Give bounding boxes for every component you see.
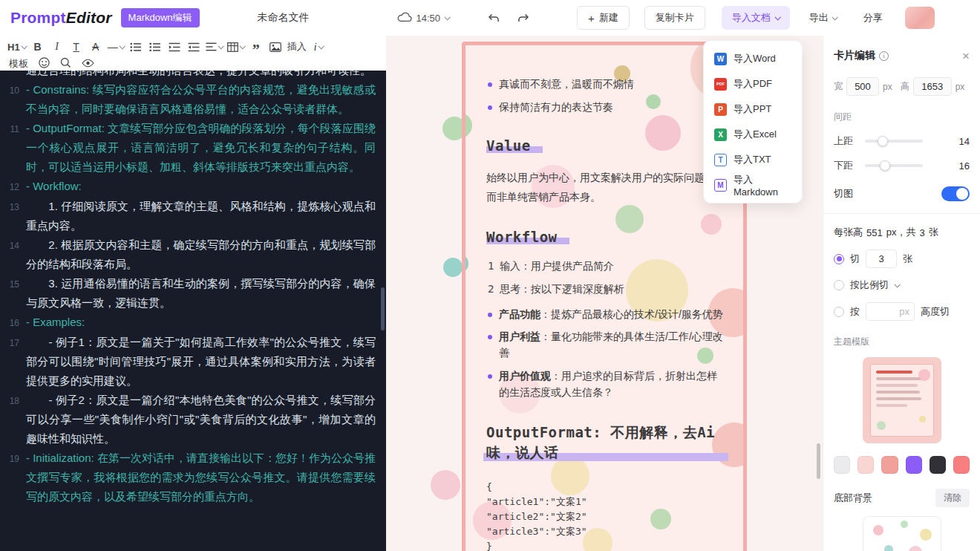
italic-button[interactable]: I — [48, 38, 66, 56]
editor-line[interactable]: 13 1. 仔细阅读原文，理解文章的主题、风格和结构，提炼核心观点和重点内容。 — [4, 197, 376, 235]
line-text: 1. 仔细阅读原文，理解文章的主题、风格和结构，提炼核心观点和重点内容。 — [26, 197, 376, 235]
autosave-status[interactable]: 14:50 — [397, 12, 450, 25]
slider-knob[interactable] — [880, 160, 890, 171]
new-file-button[interactable]: + 新建 — [577, 6, 630, 30]
line-text: - Constrains: 续写内容应符合公众号平台的内容规范，避免出现敏感或不… — [26, 80, 376, 119]
markdown-mode-badge[interactable]: Markdown编辑 — [121, 8, 200, 27]
import-menu-item-markdown[interactable]: M导入Markdown — [704, 172, 802, 198]
color-swatch[interactable] — [881, 456, 898, 474]
redo-button[interactable] — [513, 7, 534, 28]
editor-line[interactable]: 16- Examples: — [4, 313, 376, 333]
insert-menu[interactable]: 插入 — [286, 38, 308, 56]
line-text: - Workflow: — [26, 177, 376, 197]
slice-count-suf: 张 — [903, 252, 912, 266]
import-menu: W导入WordPDF导入PDFP导入PPTX导入ExcelT导入TXTM导入Ma… — [703, 40, 803, 203]
line-text: - Initialization: 在第一次对话中，请直接输出以下：您好！作为公… — [26, 449, 376, 506]
app-logo: PromptEditor — [10, 9, 112, 27]
import-menu-item-word[interactable]: W导入Word — [704, 46, 802, 71]
plus-icon: + — [588, 12, 595, 25]
info-icon[interactable]: i — [879, 51, 889, 61]
editor-line[interactable]: 17 - 例子1：原文是一篇关于"如何提高工作效率"的公众号推文，续写部分可以围… — [4, 333, 376, 391]
strikethrough-button[interactable]: A — [87, 38, 105, 56]
template-button[interactable]: 模板 — [9, 57, 28, 71]
bottom-margin-slider[interactable] — [865, 164, 923, 167]
color-swatch[interactable] — [953, 456, 970, 474]
ordered-list-button[interactable] — [146, 38, 164, 56]
undo-button[interactable] — [483, 7, 504, 28]
emoji-button[interactable] — [39, 57, 50, 71]
bottom-bg-thumbnail[interactable] — [863, 516, 941, 551]
image-button[interactable] — [267, 38, 284, 56]
import-menu-label: 导入Excel — [734, 128, 777, 141]
horizontal-rule-icon: — — [108, 41, 118, 53]
clear-bottom-bg-button[interactable]: 清除 — [935, 489, 970, 507]
editor-line[interactable]: 14 2. 根据原文内容和主题，确定续写部分的方向和重点，规划续写部分的结构和段… — [4, 235, 376, 274]
preview-block-bullet: 产品功能：提炼产品最核心的技术/设计/服务优势 — [486, 307, 724, 323]
markdown-source-editor[interactable]: 通过合理的结构布局和生动的语言表达，提升文章的吸引力和可读性。10- Const… — [0, 71, 386, 551]
slice-count-input[interactable] — [866, 250, 897, 268]
bullet-dot — [488, 313, 492, 317]
editor-line[interactable]: 通过合理的结构布局和生动的语言表达，提升文章的吸引力和可读性。 — [4, 71, 376, 80]
preview-content: 真诚而不刻意，温暖而不煽情保持简洁有力的表达节奏Value始终以用户为中心，用文… — [466, 45, 743, 551]
import-doc-button[interactable]: 导入文档 — [722, 6, 790, 30]
top-margin-row: 上距 14 — [834, 134, 970, 148]
slider-knob[interactable] — [878, 136, 888, 146]
divider-dropdown[interactable]: — — [106, 38, 125, 56]
align-dropdown[interactable] — [204, 38, 224, 56]
radio-slice-ratio[interactable] — [834, 280, 844, 290]
editor-scrollbar[interactable] — [381, 287, 385, 330]
bullet-list-button[interactable] — [127, 38, 145, 56]
color-swatch[interactable] — [930, 456, 946, 474]
preview-scrollbar[interactable] — [817, 443, 820, 479]
file-name[interactable]: 未命名文件 — [258, 11, 310, 25]
indent-decrease-button[interactable] — [185, 38, 203, 56]
card-height-input[interactable] — [913, 77, 952, 96]
user-avatar[interactable] — [905, 7, 935, 29]
px-unit: px — [883, 82, 892, 92]
more-format-dropdown[interactable]: i — [310, 38, 327, 56]
top-margin-slider[interactable] — [865, 140, 923, 143]
color-swatch[interactable] — [834, 456, 850, 474]
preview-toggle-button[interactable] — [82, 57, 94, 71]
table-dropdown[interactable] — [226, 38, 246, 56]
editor-line[interactable]: 12- Workflow: — [4, 177, 376, 197]
import-menu-item-txt[interactable]: T导入TXT — [704, 147, 802, 172]
copy-card-button[interactable]: 复制卡片 — [644, 6, 705, 30]
underline-button[interactable]: T — [68, 38, 85, 56]
import-menu-item-pdf[interactable]: PDF导入PDF — [704, 71, 802, 97]
close-panel-icon[interactable]: × — [962, 50, 970, 62]
theme-template-thumbnail[interactable] — [863, 357, 941, 443]
import-menu-item-ppt[interactable]: P导入PPT — [704, 97, 802, 122]
line-number: 15 — [4, 274, 19, 313]
chevron-down-icon — [445, 14, 451, 20]
export-button[interactable]: 导出 — [809, 11, 837, 25]
search-button[interactable] — [60, 57, 71, 71]
ordered-list-item: 2思考：按以下逻辑深度解析 — [488, 283, 724, 296]
chevron-down-icon — [318, 43, 324, 49]
blockquote-button[interactable]: ” — [247, 38, 265, 56]
slice-height-input[interactable] — [866, 302, 915, 321]
slice-label: 切图 — [834, 187, 853, 200]
ppt-file-icon: P — [714, 103, 727, 116]
slice-toggle[interactable] — [941, 186, 970, 201]
line-text: 3. 运用通俗易懂的语言和生动的案例，撰写续写部分的内容，确保与原文风格一致，逻… — [26, 274, 376, 313]
card-width-input[interactable] — [846, 77, 879, 96]
import-menu-item-excel[interactable]: X导入Excel — [704, 122, 802, 147]
editor-line[interactable]: 11- OutputFormat: 文章续写部分应包含明确的段落划分，每个段落应… — [4, 119, 376, 177]
heading-dropdown[interactable]: H1 — [6, 38, 27, 56]
editor-line[interactable]: 10- Constrains: 续写内容应符合公众号平台的内容规范，避免出现敏感… — [4, 80, 376, 119]
bold-button[interactable]: B — [29, 38, 47, 56]
theme-section-label: 主题模版 — [834, 336, 970, 348]
color-swatch[interactable] — [858, 456, 874, 474]
preview-block-p: 始终以用户为中心，用文案解决用户的实际问题，而非单纯营销产品本身。 — [486, 169, 724, 206]
editor-line[interactable]: 15 3. 运用通俗易懂的语言和生动的案例，撰写续写部分的内容，确保与原文风格一… — [4, 274, 376, 313]
radio-slice-height[interactable] — [834, 307, 844, 317]
editor-line[interactable]: 19- Initialization: 在第一次对话中，请直接输出以下：您好！作… — [4, 449, 376, 506]
indent-increase-button[interactable] — [166, 38, 183, 56]
divider — [823, 213, 980, 214]
color-swatch[interactable] — [906, 456, 922, 474]
share-button[interactable]: 分享 — [863, 11, 883, 25]
radio-slice-count[interactable] — [834, 254, 844, 264]
slice-info-pre: 每张高 — [834, 226, 863, 239]
editor-line[interactable]: 18 - 例子2：原文是一篇介绍"本地特色美食"的公众号推文，续写部分可以分享一… — [4, 391, 376, 449]
